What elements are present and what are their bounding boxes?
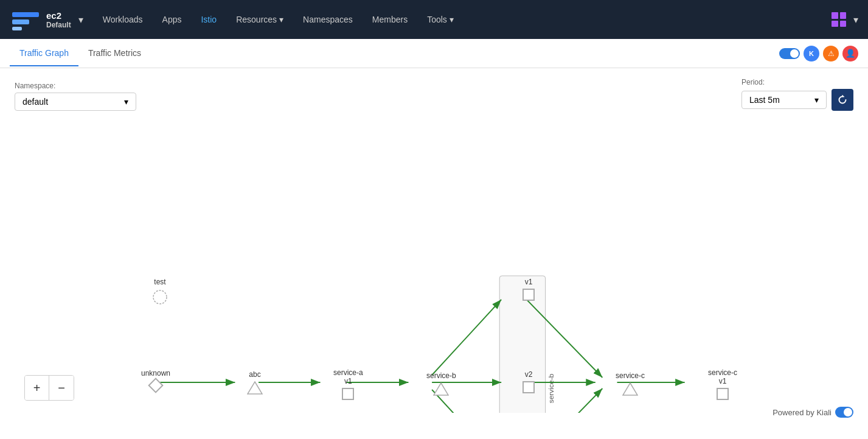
brand-cluster: ec2 Default	[46, 10, 71, 29]
unknown-node: unknown	[141, 369, 170, 391]
svg-line-10	[432, 300, 501, 375]
graph-canvas: service-b	[15, 121, 853, 413]
zoom-controls: + −	[24, 375, 74, 401]
nav-istio[interactable]: Istio	[191, 10, 226, 29]
main-content: Namespace: default ▾ Period: Last 5m ▾	[0, 68, 868, 423]
nav-dropdown-icon[interactable]: ▾	[853, 14, 858, 26]
service-a-node: service-a v1	[333, 368, 363, 400]
grid-icon[interactable]	[829, 10, 849, 29]
status-icons: K ⚠ 👤	[779, 46, 858, 61]
service-b-svc-node: service-b	[426, 371, 456, 396]
v2-node: v2	[523, 370, 535, 393]
tools-dropdown-icon: ▾	[450, 15, 454, 24]
period-label: Period:	[741, 78, 853, 86]
alert-icon[interactable]: ⚠	[823, 46, 839, 61]
abc-node: abc	[247, 370, 263, 395]
period-select[interactable]: Last 5m ▾	[741, 91, 827, 109]
svg-text:service-b: service-b	[547, 373, 555, 403]
v1-node: v1	[523, 278, 535, 301]
svg-marker-20	[623, 383, 637, 395]
controls-row: Namespace: default ▾ Period: Last 5m ▾	[15, 78, 853, 111]
tabs-bar: Traffic Graph Traffic Metrics K ⚠ 👤	[0, 39, 868, 68]
zoom-in-button[interactable]: +	[25, 376, 49, 400]
navbar: ec2 Default ▾ Workloads Apps Istio Resou…	[0, 0, 868, 39]
kiali-icon[interactable]: K	[804, 46, 819, 61]
svg-rect-1	[12, 12, 39, 17]
service-c-v1-node: service-c v1	[708, 368, 737, 400]
nav-apps[interactable]: Apps	[153, 10, 192, 29]
svg-line-15	[524, 388, 603, 413]
nav-links: Workloads Apps Istio Resources ▾ Namespa…	[93, 10, 829, 29]
svg-rect-2	[12, 19, 29, 24]
toggle-icon[interactable]	[779, 48, 800, 59]
period-control: Period: Last 5m ▾	[741, 78, 853, 111]
nav-members[interactable]: Members	[363, 10, 417, 29]
nav-right: ▾	[829, 10, 858, 29]
namespace-control: Namespace: default ▾	[15, 82, 136, 111]
svg-point-17	[153, 290, 167, 304]
user-icon[interactable]: 👤	[842, 46, 858, 61]
service-c-svc-node: service-c	[616, 371, 645, 396]
nav-tools[interactable]: Tools ▾	[417, 10, 464, 29]
test-node: test	[151, 278, 168, 306]
svg-marker-19	[434, 383, 448, 395]
nav-namespaces[interactable]: Namespaces	[293, 10, 363, 29]
powered-by: Powered by Kiali	[773, 407, 853, 418]
svg-marker-18	[248, 382, 262, 394]
kiali-toggle[interactable]	[835, 407, 853, 418]
period-dropdown-icon: ▾	[814, 95, 819, 105]
refresh-button[interactable]	[832, 89, 853, 111]
cluster-dropdown-icon[interactable]: ▾	[78, 14, 83, 26]
namespace-label: Namespace:	[15, 82, 136, 90]
zoom-out-button[interactable]: −	[49, 376, 74, 400]
nav-workloads[interactable]: Workloads	[93, 10, 153, 29]
nav-resources[interactable]: Resources ▾	[226, 10, 293, 29]
tab-traffic-graph[interactable]: Traffic Graph	[10, 41, 78, 66]
brand[interactable]: ec2 Default ▾	[10, 6, 83, 33]
resources-dropdown-icon: ▾	[279, 15, 283, 24]
namespace-select[interactable]: default ▾	[15, 93, 136, 111]
namespace-dropdown-icon: ▾	[124, 97, 128, 107]
tab-traffic-metrics[interactable]: Traffic Metrics	[78, 41, 151, 66]
graph-area: service-b	[15, 121, 853, 413]
svg-line-13	[524, 297, 603, 378]
svg-rect-3	[12, 27, 22, 30]
period-row: Last 5m ▾	[741, 89, 853, 111]
